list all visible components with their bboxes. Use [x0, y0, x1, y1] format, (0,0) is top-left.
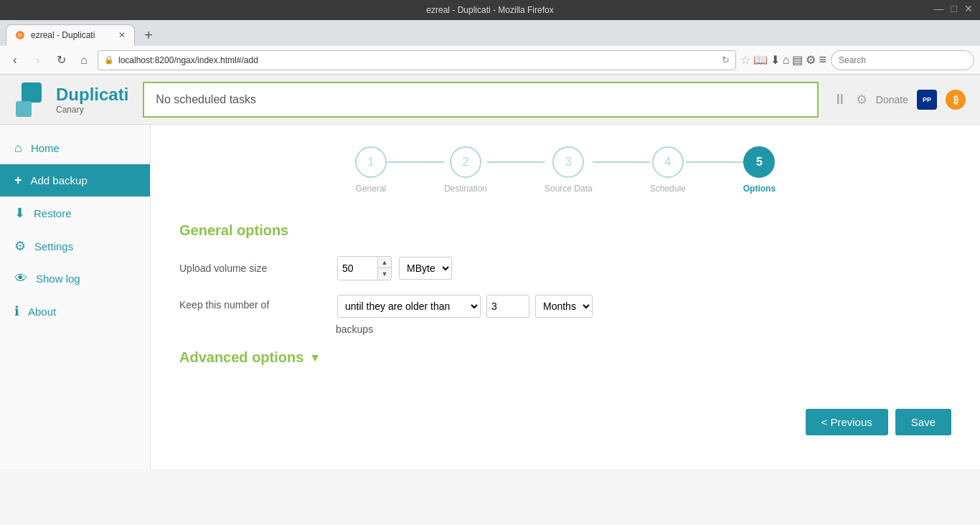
step-connector-3	[593, 161, 650, 163]
keep-unit-select[interactable]: Months Days Weeks Years	[535, 295, 593, 318]
tab-close-icon[interactable]: ✕	[118, 30, 126, 40]
step-2-label: Destination	[444, 184, 487, 194]
reading-mode-icon[interactable]: 📖	[753, 53, 768, 67]
reload-button[interactable]: ↻	[52, 51, 70, 70]
header-controls: ⏸ ⚙ Donate PP ₿	[833, 90, 966, 110]
about-icon: ℹ	[14, 303, 19, 319]
step-2: 2 Destination	[444, 146, 487, 194]
url-lock-icon: 🔒	[104, 55, 114, 65]
keep-number-label: Keep this number of	[179, 295, 330, 311]
home-icon: ⌂	[14, 141, 22, 156]
app-logo: Duplicati Canary	[14, 82, 128, 117]
sidebar-item-show-log[interactable]: 👁 Show log	[0, 262, 150, 295]
pause-button[interactable]: ⏸	[833, 91, 847, 108]
app-subtitle: Canary	[56, 105, 128, 115]
logo-icon	[14, 82, 49, 117]
sidebar: ⌂ Home + Add backup ⬇ Restore ⚙ Settings…	[0, 125, 151, 469]
wizard-steps: 1 General 2 Destination 3 Source	[179, 146, 951, 194]
url-text: localhost:8200/ngax/index.html#/add	[118, 55, 258, 65]
sidebar-label-home: Home	[31, 142, 60, 154]
step-connector-4	[686, 161, 743, 163]
step-3: 3 Source Data	[545, 146, 593, 194]
restore-icon: ⬇	[14, 205, 25, 221]
step-connector-1	[387, 161, 444, 163]
upload-volume-field[interactable]	[338, 257, 377, 280]
menu-icon[interactable]: ≡	[819, 52, 826, 67]
search-input[interactable]	[831, 50, 974, 70]
sidebar-label-about: About	[28, 306, 56, 318]
step-3-label: Source Data	[545, 184, 593, 194]
browser-tab[interactable]: ezreal - Duplicati ✕	[6, 24, 135, 46]
general-options-section: General options Upload volume size ▲ ▼ M…	[179, 222, 951, 335]
step-4: 4 Schedule	[650, 146, 686, 194]
minimize-icon[interactable]: —	[934, 3, 944, 14]
download-icon[interactable]: ⬇	[771, 53, 780, 67]
bookmark-star-icon[interactable]: ☆	[740, 53, 750, 67]
browser-title: ezreal - Duplicati - Mozilla Firefox	[426, 5, 553, 15]
sidebar-label-show-log: Show log	[36, 273, 80, 285]
advanced-options-section: Advanced options ▼	[179, 349, 951, 366]
backups-label: backups	[336, 323, 373, 335]
step-5: 5 Options	[743, 146, 776, 194]
maximize-icon[interactable]: □	[951, 3, 957, 14]
firefox-icon	[15, 30, 25, 40]
keep-count-field[interactable]	[486, 295, 529, 318]
forward-button[interactable]: ›	[29, 51, 47, 70]
upload-volume-down[interactable]: ▼	[378, 268, 391, 280]
svg-point-1	[18, 33, 23, 38]
show-log-icon: 👁	[14, 271, 27, 286]
donate-button[interactable]: Donate	[876, 94, 908, 105]
sidebar-item-about[interactable]: ℹ About	[0, 295, 150, 328]
sidebar-label-restore: Restore	[34, 207, 72, 219]
general-options-title: General options	[179, 222, 951, 239]
sidebar-item-home[interactable]: ⌂ Home	[0, 132, 150, 164]
bitcoin-icon[interactable]: ₿	[946, 90, 966, 110]
previous-button[interactable]: < Previous	[806, 409, 888, 435]
advanced-options-toggle[interactable]: Advanced options ▼	[179, 349, 951, 366]
keep-number-row: Keep this number of until they are older…	[179, 295, 951, 318]
back-button[interactable]: ‹	[6, 51, 24, 70]
step-1-label: General	[356, 184, 387, 194]
home-browser-button[interactable]: ⌂	[75, 51, 93, 70]
tab-label: ezreal - Duplicati	[31, 30, 95, 40]
url-refresh-icon[interactable]: ↻	[722, 55, 730, 65]
sidebar-label-add-backup: Add backup	[31, 174, 88, 186]
save-button[interactable]: Save	[895, 409, 951, 435]
chevron-down-icon: ▼	[309, 351, 321, 364]
add-backup-icon: +	[14, 173, 22, 188]
home-page-icon[interactable]: ⌂	[783, 54, 790, 67]
upload-volume-unit-select[interactable]: MByte GByte KByte	[399, 257, 452, 280]
close-icon[interactable]: ✕	[964, 3, 973, 14]
step-connector-2	[487, 161, 545, 163]
footer-actions: < Previous Save	[179, 409, 951, 435]
notification-bar: No scheduled tasks	[143, 82, 819, 118]
advanced-options-title: Advanced options	[179, 349, 303, 366]
sidebar-item-add-backup[interactable]: + Add backup	[0, 164, 150, 197]
upload-volume-input-wrapper: ▲ ▼	[337, 256, 392, 280]
settings-icon: ⚙	[14, 238, 26, 254]
sync-icon[interactable]: ⚙	[806, 53, 816, 67]
sidebar-label-settings: Settings	[34, 240, 73, 252]
upload-volume-row: Upload volume size ▲ ▼ MByte GByte KByte	[179, 256, 951, 280]
sidebar-item-restore[interactable]: ⬇ Restore	[0, 197, 150, 230]
app-name: Duplicati	[56, 85, 128, 105]
upload-volume-up[interactable]: ▲	[378, 257, 391, 268]
step-1: 1 General	[355, 146, 387, 194]
keep-number-type-select[interactable]: until they are older than keep all delet…	[337, 295, 481, 318]
paypal-icon[interactable]: PP	[917, 90, 937, 110]
new-tab-button[interactable]: +	[138, 24, 159, 46]
main-content: 1 General 2 Destination 3 Source	[151, 125, 980, 469]
step-4-label: Schedule	[650, 184, 686, 194]
loading-icon: ⚙	[856, 92, 867, 108]
pocket-icon[interactable]: ▤	[792, 53, 803, 67]
upload-volume-label: Upload volume size	[179, 262, 330, 274]
step-5-label: Options	[743, 184, 776, 194]
sidebar-item-settings[interactable]: ⚙ Settings	[0, 230, 150, 262]
